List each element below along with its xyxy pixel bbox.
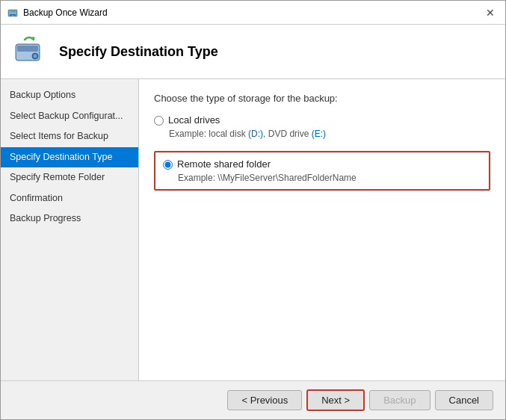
next-button[interactable]: Next > [306, 389, 365, 411]
sidebar-item-backup-options[interactable]: Backup Options [1, 85, 138, 106]
wizard-header: Specify Destination Type [1, 25, 505, 79]
remote-folder-selected-box: Remote shared folder Example: \\MyFileSe… [154, 151, 490, 191]
content-area: Backup Options Select Backup Configurat.… [1, 79, 505, 380]
local-drives-label[interactable]: Local drives [168, 114, 220, 126]
sidebar: Backup Options Select Backup Configurat.… [1, 79, 139, 380]
local-drives-radio-row[interactable]: Local drives [154, 114, 490, 126]
sidebar-item-select-backup-config[interactable]: Select Backup Configurat... [1, 106, 138, 127]
sidebar-item-specify-destination[interactable]: Specify Destination Type [1, 147, 138, 168]
window-title: Backup Once Wizard [23, 7, 481, 18]
remote-folder-radio[interactable] [163, 160, 173, 170]
sidebar-item-backup-progress[interactable]: Backup Progress [1, 209, 138, 229]
close-button[interactable]: ✕ [481, 4, 499, 22]
backup-button[interactable]: Backup [369, 390, 430, 410]
local-drives-example: Example: local disk (D:), DVD drive (E:) [169, 129, 490, 139]
dvd-drive-link: (E:) [312, 129, 326, 139]
sidebar-item-specify-remote[interactable]: Specify Remote Folder [1, 167, 138, 188]
svg-point-3 [12, 15, 13, 16]
app-icon [7, 7, 19, 19]
sidebar-item-confirmation[interactable]: Confirmation [1, 188, 138, 209]
instruction-text: Choose the type of storage for the backu… [154, 93, 490, 104]
main-panel: Choose the type of storage for the backu… [139, 79, 505, 380]
title-bar: Backup Once Wizard ✕ [1, 1, 505, 25]
wizard-window: Backup Once Wizard ✕ Specify Destination… [0, 0, 506, 420]
local-disk-link: (D:) [248, 129, 263, 139]
local-drives-option-group: Local drives Example: local disk (D:), D… [154, 114, 490, 139]
previous-button[interactable]: < Previous [227, 390, 302, 410]
sidebar-item-select-items[interactable]: Select Items for Backup [1, 126, 138, 147]
header-icon [13, 34, 49, 70]
cancel-button[interactable]: Cancel [435, 390, 493, 410]
remote-folder-example: Example: \\MyFileServer\SharedFolderName [178, 173, 481, 183]
remote-folder-radio-row[interactable]: Remote shared folder [163, 158, 481, 170]
footer: < Previous Next > Backup Cancel [1, 380, 505, 419]
svg-rect-7 [17, 46, 38, 52]
remote-folder-option-group: Remote shared folder Example: \\MyFileSe… [154, 146, 490, 191]
page-title: Specify Destination Type [59, 44, 218, 60]
svg-point-9 [34, 55, 37, 58]
remote-folder-label[interactable]: Remote shared folder [177, 158, 271, 170]
local-drives-radio[interactable] [154, 116, 164, 126]
